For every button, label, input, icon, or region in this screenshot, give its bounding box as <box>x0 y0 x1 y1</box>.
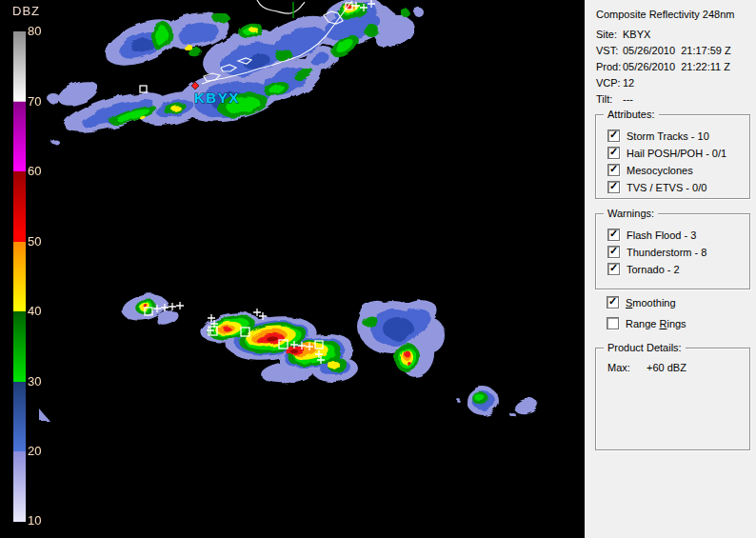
info-value: --- <box>623 93 633 105</box>
range-rings-checkbox[interactable] <box>607 317 619 329</box>
info-value: KBYX <box>623 29 650 40</box>
checkbox-label: Mesocyclones <box>627 165 693 176</box>
info-value: 12 <box>623 77 634 89</box>
site-label: KBYX <box>194 90 240 106</box>
checkbox-label: Storm Tracks - 10 <box>627 130 709 142</box>
checkbox-row-range-rings[interactable]: Range Rings <box>607 317 686 329</box>
checkbox-row-storm-tracks[interactable]: Storm Tracks - 10 <box>607 130 749 142</box>
warnings-group: Warnings: Flash Flood - 3 Thunderstorm -… <box>595 213 750 289</box>
checkbox-row-thunderstorm[interactable]: Thunderstorm - 8 <box>607 246 749 258</box>
thunderstorm-checkbox[interactable] <box>607 246 620 258</box>
info-row-tilt: Tilt:--- <box>596 91 731 108</box>
checkbox-row-flash-flood[interactable]: Flash Flood - 3 <box>607 229 749 241</box>
checkbox-label: Hail POSH/POH - 0/1 <box>627 148 726 159</box>
product-details-legend: Product Details: <box>604 342 686 354</box>
info-row-vcp: VCP:12 <box>596 75 731 91</box>
radar-application-window: KBYX DBZ 80 70 60 50 40 30 20 10 Composi… <box>0 0 756 538</box>
product-details-group: Product Details: Max:+60 dBZ <box>595 348 750 450</box>
info-value: 05/26/2010 21:22:11 Z <box>623 61 730 72</box>
warnings-group-legend: Warnings: <box>604 208 658 220</box>
radar-info: Site:KBYX VST:05/26/2010 21:17:59 Z Prod… <box>596 27 731 108</box>
max-label: Max: <box>607 362 647 373</box>
checkbox-label: TVS / ETVS - 0/0 <box>627 182 706 193</box>
info-row-site: Site:KBYX <box>596 27 731 43</box>
product-title: Composite Reflectivity 248nm <box>596 9 735 20</box>
info-label: VCP: <box>596 75 623 91</box>
checkbox-row-smoothing[interactable]: Smoothing <box>607 296 676 309</box>
info-label: VST: <box>596 43 623 59</box>
smoothing-label: Smoothing <box>626 297 676 309</box>
smoothing-checkbox[interactable] <box>607 296 619 309</box>
info-row-vst: VST:05/26/2010 21:17:59 Z <box>596 43 731 59</box>
storm-tracks-checkbox[interactable] <box>607 130 620 142</box>
checkbox-row-mesocyclones[interactable]: Mesocyclones <box>607 164 749 176</box>
checkbox-label: Flash Flood - 3 <box>627 229 696 241</box>
attributes-group: Attributes: Storm Tracks - 10 Hail POSH/… <box>595 114 750 199</box>
info-label: Prod: <box>596 59 623 75</box>
info-row-prod: Prod:05/26/2010 21:22:11 Z <box>596 59 731 75</box>
info-label: Tilt: <box>596 91 623 108</box>
control-panel: Composite Reflectivity 248nm Site:KBYX V… <box>585 0 756 538</box>
tvs-checkbox[interactable] <box>607 181 620 193</box>
checkbox-row-hail[interactable]: Hail POSH/POH - 0/1 <box>607 147 749 159</box>
checkbox-label: Thunderstorm - 8 <box>627 247 706 258</box>
attributes-group-legend: Attributes: <box>604 109 659 121</box>
flash-flood-checkbox[interactable] <box>607 229 620 241</box>
tornado-checkbox[interactable] <box>607 263 620 275</box>
max-value-row: Max:+60 dBZ <box>607 362 686 373</box>
range-rings-label: Range Rings <box>626 318 686 329</box>
max-value: +60 dBZ <box>647 362 686 373</box>
hail-checkbox[interactable] <box>607 147 620 159</box>
info-label: Site: <box>596 27 623 43</box>
checkbox-label: Tornado - 2 <box>627 264 680 275</box>
checkbox-row-tornado[interactable]: Tornado - 2 <box>607 263 749 275</box>
radar-display[interactable]: KBYX DBZ 80 70 60 50 40 30 20 10 <box>0 0 585 538</box>
radar-canvas[interactable]: KBYX <box>0 0 585 538</box>
mesocyclones-checkbox[interactable] <box>607 164 620 176</box>
checkbox-row-tvs[interactable]: TVS / ETVS - 0/0 <box>607 181 749 193</box>
info-value: 05/26/2010 21:17:59 Z <box>623 45 731 56</box>
